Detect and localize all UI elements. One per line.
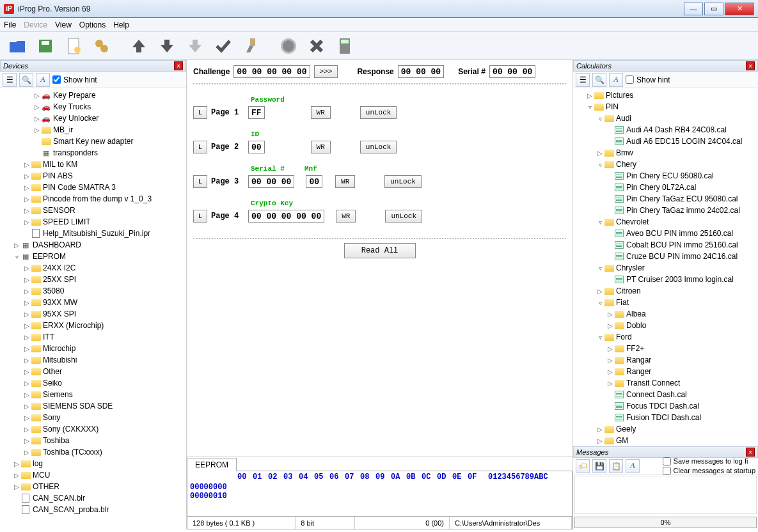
tree-item[interactable]: ▿Audi	[573, 113, 758, 124]
tree-item[interactable]: Focus TDCI Dash.cal	[573, 400, 758, 412]
cancel-button[interactable]	[304, 34, 329, 58]
tree-item[interactable]: ▿Ford	[573, 331, 758, 343]
unlock-button[interactable]: unLock	[360, 141, 397, 153]
expander-icon[interactable]: ▷	[23, 219, 31, 226]
expander-icon[interactable]: ▷	[23, 184, 31, 191]
tree-item[interactable]: ▷GM	[573, 435, 758, 446]
page-value[interactable]: 00 00 00 00 00	[248, 210, 324, 223]
tree-item[interactable]: ▷Albea	[573, 308, 758, 320]
expander-icon[interactable]: ▷	[23, 334, 31, 341]
down-arrow-2-button[interactable]	[183, 34, 207, 58]
expander-icon[interactable]: ▷	[23, 299, 31, 306]
menu-view[interactable]: View	[55, 20, 72, 29]
open-button[interactable]	[5, 34, 29, 58]
maximize-button[interactable]: ▭	[704, 3, 723, 15]
expander-icon[interactable]: ▷	[586, 92, 594, 99]
tree-item[interactable]: ▷Ranger	[573, 366, 758, 377]
tree-item[interactable]: ▷Key Trucks	[0, 101, 186, 113]
page-value[interactable]: 00 00 00	[248, 175, 294, 188]
calculators-tree[interactable]: ▷Pictures▿PIN▿AudiAudi A4 Dash RB4 24C08…	[573, 88, 758, 446]
tree-view-icon[interactable]: ☰	[576, 73, 590, 87]
close-button[interactable]: ✕	[725, 3, 754, 15]
devices-tree[interactable]: ▷Key Prepare▷Key Trucks▷Key Unlocker▷MB_…	[0, 88, 186, 529]
tree-item[interactable]: ▷SENSOR	[0, 205, 186, 216]
read-all-button[interactable]: Read All	[344, 243, 416, 258]
expander-icon[interactable]: ▷	[23, 173, 31, 180]
copy-msg-icon[interactable]: 📋	[609, 459, 623, 473]
tree-item[interactable]: ▷Key Unlocker	[0, 113, 186, 124]
expander-icon[interactable]: ▷	[33, 92, 41, 99]
tree-item[interactable]: ▷Bmw	[573, 147, 758, 159]
save-button[interactable]	[33, 34, 58, 58]
calculators-close-icon[interactable]: ×	[746, 61, 755, 70]
tree-item[interactable]: ▷93XX MW	[0, 297, 186, 308]
expander-icon[interactable]: ▷	[23, 196, 31, 203]
expander-icon[interactable]: ▷	[13, 483, 20, 490]
expander-icon[interactable]: ▷	[33, 127, 41, 134]
brush-button[interactable]	[239, 34, 264, 58]
expander-icon[interactable]: ▷	[23, 276, 31, 283]
tree-item[interactable]: ▷Pictures	[573, 90, 758, 101]
tree-item[interactable]: ▷Toshiba	[0, 435, 186, 446]
wr-button[interactable]: WR	[311, 141, 331, 153]
search-icon[interactable]: 🔍	[19, 73, 33, 87]
menu-file[interactable]: File	[4, 20, 16, 29]
expander-icon[interactable]: ▿	[596, 299, 604, 306]
expander-icon[interactable]: ▷	[606, 322, 614, 329]
expander-icon[interactable]: ▷	[23, 322, 31, 329]
menu-options[interactable]: Options	[79, 20, 106, 29]
save-log-checkbox[interactable]: Save messages to log fi	[663, 457, 755, 465]
expander-icon[interactable]: ▷	[596, 288, 604, 295]
page-value[interactable]: FF	[248, 106, 265, 119]
wr-button[interactable]: WR	[311, 106, 331, 119]
tree-item[interactable]: ▷MIL to KM	[0, 159, 186, 170]
expander-icon[interactable]: ▿	[596, 161, 604, 168]
tree-item[interactable]: Audi A4 Dash RB4 24C08.cal	[573, 124, 758, 136]
tree-item[interactable]: Pin Chery 0L72A.cal	[573, 182, 758, 193]
unlock-button[interactable]: unLock	[384, 175, 422, 188]
tree-item[interactable]: ▷FF2+	[573, 343, 758, 354]
settings-button[interactable]	[90, 34, 114, 58]
tree-item[interactable]: ▷25XX SPI	[0, 274, 186, 285]
tree-item[interactable]: ▷Sony	[0, 412, 186, 423]
tree-item[interactable]: transponders	[0, 147, 186, 159]
devices-close-icon[interactable]: ×	[174, 61, 183, 70]
tree-item[interactable]: ▷ERXX (Microchip)	[0, 320, 186, 331]
tree-item[interactable]: ▷Mitsubishi	[0, 354, 186, 366]
tree-item[interactable]: ▷35080	[0, 285, 186, 297]
page-value-2[interactable]: 00	[306, 175, 322, 188]
save-msg-icon[interactable]: 💾	[592, 459, 606, 473]
expander-icon[interactable]: ▷	[596, 150, 604, 157]
eeprom-tab[interactable]: EEPROM	[187, 458, 237, 471]
info-button[interactable]	[276, 34, 301, 58]
page-value[interactable]: 00	[248, 141, 265, 153]
expander-icon[interactable]: ▿	[596, 334, 604, 341]
expander-icon[interactable]: ▷	[33, 115, 41, 122]
show-hint-checkbox[interactable]: Show hint	[626, 75, 670, 84]
search-icon[interactable]: 🔍	[592, 73, 606, 87]
tree-item[interactable]: Audi A6 EDC15 LOGIN 24C04.cal	[573, 136, 758, 147]
serial-value[interactable]: 00 00 00	[489, 65, 535, 78]
tree-item[interactable]: ▷PIN ABS	[0, 170, 186, 182]
expander-icon[interactable]: ▷	[23, 449, 31, 456]
show-hint-checkbox[interactable]: Show hint	[52, 75, 97, 84]
tag-icon[interactable]: 🏷	[576, 459, 590, 473]
expander-icon[interactable]: ▿	[13, 253, 20, 260]
tree-item[interactable]: ▿Chery	[573, 159, 758, 170]
expander-icon[interactable]: ▷	[23, 357, 31, 364]
expander-icon[interactable]: ▷	[23, 380, 31, 387]
tree-item[interactable]: PT Cruiser 2003 Immo login.cal	[573, 274, 758, 285]
tree-item[interactable]: ▷MCU	[0, 469, 186, 481]
next-button[interactable]: >>>	[314, 65, 338, 78]
tree-item[interactable]: ▷SIEMENS SDA SDE	[0, 400, 186, 412]
expander-icon[interactable]: ▷	[606, 380, 614, 387]
messages-close-icon[interactable]: ×	[746, 448, 755, 457]
up-arrow-button[interactable]	[127, 34, 151, 58]
menu-device[interactable]: Device	[24, 20, 47, 29]
tree-item[interactable]: ▷Seiko	[0, 377, 186, 389]
expander-icon[interactable]: ▷	[23, 161, 31, 168]
tree-item[interactable]: Help_Mitsubishi_Suzuki_Pin.ipr	[0, 228, 186, 239]
expander-icon[interactable]: ▷	[596, 426, 604, 433]
expander-icon[interactable]: ▷	[23, 426, 31, 433]
tree-item[interactable]: ▿Chrysler	[573, 262, 758, 274]
